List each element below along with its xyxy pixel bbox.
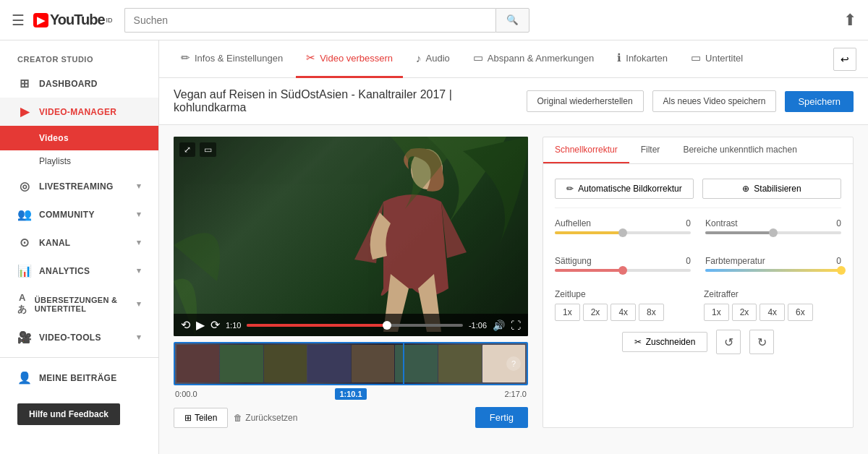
community-chevron: ▾: [137, 210, 141, 219]
aufhellen-section: Aufhellen 0: [555, 208, 691, 246]
zeitlupe-1x[interactable]: 1x: [555, 304, 580, 321]
right-panel: Schnellkorrektur Filter Bereiche unkennt…: [542, 137, 854, 428]
editor-area: ⤢ ▭ ⟲ ▶ ⟳ 1:10 -1:06 🔊: [159, 125, 868, 440]
analytics-label: ANALYTICS: [39, 266, 90, 276]
ubersetzungen-label: ÜBERSETZUNGEN & UNTERTITEL: [35, 296, 129, 313]
zeitlupe-title: Zeitlupe: [555, 289, 692, 299]
audio-tab-label: Audio: [426, 53, 450, 64]
panel-tabs: Schnellkorrektur Filter Bereiche unkennt…: [543, 137, 853, 164]
tab-video-verbessern[interactable]: ✂ Video verbessern: [296, 40, 403, 78]
zeitlupe-4x[interactable]: 4x: [610, 304, 636, 321]
video-top-icons: ⤢ ▭: [179, 142, 216, 157]
farbtemperatur-value: 0: [820, 256, 841, 266]
sidebar-item-meine-beitrage[interactable]: 👤 MEINE BEITRÄGE: [0, 364, 158, 392]
kanal-icon: ⊙: [17, 236, 32, 249]
infokarten-tab-icon: ℹ: [617, 51, 621, 64]
dashboard-icon: ⊞: [17, 77, 32, 90]
hamburger-icon[interactable]: ☰: [12, 12, 25, 29]
playlists-label: Playlists: [39, 156, 71, 166]
save-button[interactable]: Speichern: [785, 91, 854, 112]
subtitles-icon[interactable]: ▭: [200, 142, 216, 157]
play-icon[interactable]: ▶: [196, 318, 205, 332]
tab-filter[interactable]: Filter: [629, 137, 672, 163]
zeitraffer-1x[interactable]: 1x: [704, 304, 729, 321]
yt-text: YouTube: [50, 12, 105, 28]
rewind-icon[interactable]: ⟲: [181, 318, 190, 332]
infos-tab-label: Infos & Einstellungen: [195, 53, 283, 64]
progress-bar[interactable]: [247, 324, 463, 327]
stabilize-button[interactable]: ⊕ Stabilisieren: [702, 179, 841, 199]
resize-icon[interactable]: ⤢: [179, 142, 195, 157]
tab-schnellkorrektur[interactable]: Schnellkorrektur: [543, 137, 629, 163]
video-player[interactable]: ⤢ ▭ ⟲ ▶ ⟳ 1:10 -1:06 🔊: [174, 137, 528, 336]
community-label: COMMUNITY: [39, 210, 95, 220]
fertig-button[interactable]: Fertig: [475, 407, 528, 428]
auto-correct-button[interactable]: ✏ Automatische Bildkorrektur: [555, 179, 694, 199]
crop-row: ✂ Zuschneiden ↺ ↻: [555, 330, 841, 354]
zeitraffer-4x[interactable]: 4x: [760, 304, 785, 321]
top-navigation: ☰ ▶ YouTube ID 🔍 ⬆: [0, 0, 868, 40]
sliders-grid: Aufhellen 0 Kontrast: [555, 208, 841, 283]
fullscreen-icon[interactable]: ⛶: [511, 320, 521, 331]
progress-fill: [247, 324, 387, 327]
zeitlupe-2x[interactable]: 2x: [583, 304, 608, 321]
undo-button[interactable]: ↺: [716, 330, 741, 354]
kontrast-slider[interactable]: [705, 231, 841, 234]
search-bar: 🔍: [124, 8, 529, 33]
zeitlupe-8x[interactable]: 8x: [639, 304, 664, 321]
tab-audio[interactable]: ♪ Audio: [406, 40, 460, 78]
progress-thumb: [383, 321, 391, 330]
sidebar-item-analytics[interactable]: 📊 ANALYTICS ▾: [0, 257, 158, 285]
panel-body: ✏ Automatische Bildkorrektur ⊕ Stabilisi…: [543, 164, 853, 363]
sidebar-item-livestreaming[interactable]: ◎ LIVESTREAMING ▾: [0, 172, 158, 200]
tab-untertitel[interactable]: ▭ Untertitel: [681, 40, 753, 78]
save-new-video-button[interactable]: Als neues Video speichern: [652, 90, 777, 112]
sidebar-item-dashboard[interactable]: ⊞ DASHBOARD: [0, 69, 158, 98]
sidebar-item-video-tools[interactable]: 🎥 VIDEO-TOOLS ▾: [0, 323, 158, 351]
zeitraffer-2x[interactable]: 2x: [732, 304, 757, 321]
redo-button[interactable]: ↻: [749, 330, 774, 354]
share-button[interactable]: ⊞ Teilen: [174, 408, 228, 428]
farbtemperatur-slider[interactable]: [705, 269, 841, 272]
tabs-bar: ✏ Infos & Einstellungen ✂ Video verbesse…: [159, 40, 868, 78]
tab-infos[interactable]: ✏ Infos & Einstellungen: [171, 40, 293, 78]
aufhellen-value: 0: [669, 218, 691, 228]
tab-bereiche[interactable]: Bereiche unkenntlich machen: [671, 137, 808, 163]
search-input[interactable]: [124, 8, 495, 33]
sidebar-item-videos[interactable]: Videos: [0, 126, 158, 150]
volume-icon[interactable]: 🔊: [493, 320, 505, 331]
timeline-strip[interactable]: ?: [174, 342, 528, 385]
community-icon: 👥: [17, 207, 32, 221]
ubersetzungen-icon: Aあ: [17, 292, 27, 316]
sidebar-item-playlists[interactable]: Playlists: [0, 150, 158, 172]
sattigung-slider[interactable]: [555, 269, 691, 272]
main-layout: CREATOR STUDIO ⊞ DASHBOARD ▶ VIDEO-MANAG…: [0, 40, 868, 454]
livestreaming-label: LIVESTREAMING: [39, 181, 114, 192]
upload-icon[interactable]: ⬆: [843, 11, 856, 29]
aufhellen-slider[interactable]: [555, 231, 691, 234]
reset-button[interactable]: 🗑 Zurücksetzen: [234, 413, 297, 423]
search-button[interactable]: 🔍: [495, 8, 529, 33]
fast-forward-icon[interactable]: ⟳: [210, 318, 220, 332]
kontrast-fill: [705, 231, 773, 234]
sidebar-item-ubersetzungen[interactable]: Aあ ÜBERSETZUNGEN & UNTERTITEL ▾: [0, 285, 158, 323]
tab-abspann[interactable]: ▭ Abspann & Anmerkungen: [463, 40, 604, 78]
audio-tab-icon: ♪: [416, 52, 422, 64]
sidebar-item-kanal[interactable]: ⊙ KANAL ▾: [0, 228, 158, 257]
meine-beitrage-icon: 👤: [17, 371, 32, 385]
youtube-logo[interactable]: ▶ YouTube ID: [33, 12, 113, 28]
zeitraffer-6x[interactable]: 6x: [788, 304, 813, 321]
tab-infokarten[interactable]: ℹ Infokarten: [607, 40, 678, 78]
video-tools-label: VIDEO-TOOLS: [39, 333, 101, 343]
help-feedback-button[interactable]: Hilfe und Feedback: [17, 403, 120, 425]
aufhellen-label: Aufhellen: [555, 218, 669, 228]
kontrast-value: 0: [820, 218, 841, 228]
restore-original-button[interactable]: Original wiederherstellen: [527, 90, 644, 112]
tab-back-button[interactable]: ↩: [833, 48, 856, 71]
sidebar-item-community[interactable]: 👥 COMMUNITY ▾: [0, 200, 158, 228]
timeline-playhead: [403, 343, 404, 384]
sidebar-item-video-manager[interactable]: ▶ VIDEO-MANAGER: [0, 98, 158, 126]
main-content: ✏ Infos & Einstellungen ✂ Video verbesse…: [159, 40, 868, 454]
crop-button[interactable]: ✂ Zuschneiden: [622, 332, 708, 352]
timeline-help-icon[interactable]: ?: [506, 356, 521, 371]
